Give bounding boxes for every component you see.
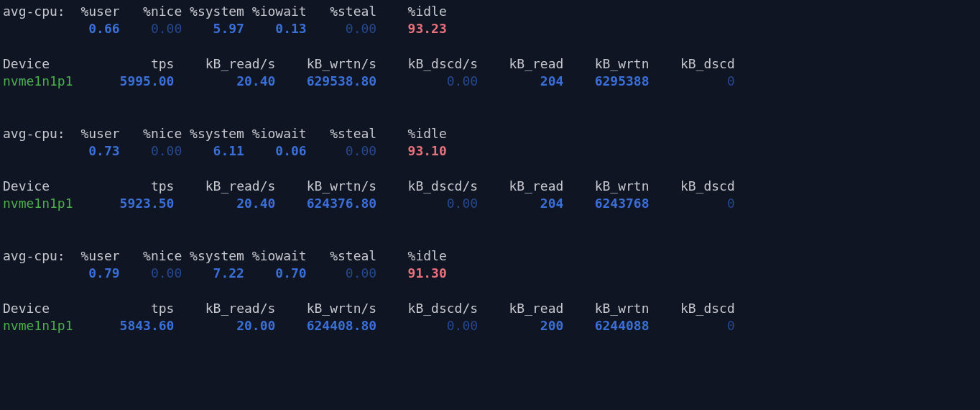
cpu-iowait: 0.06	[244, 143, 307, 158]
dev-kb-wrtn-s: 629538.80	[275, 73, 376, 88]
cpu-col-idle: %idle	[376, 248, 447, 263]
cpu-col-iowait: %iowait	[244, 126, 307, 141]
dev-kb-wrtn-s: 624376.80	[275, 196, 376, 211]
cpu-col-nice: %nice	[120, 248, 182, 263]
cpu-col-steal: %steal	[307, 248, 377, 263]
dev-kb-dscd: 0	[650, 318, 735, 333]
cpu-col-nice: %nice	[120, 4, 182, 19]
avg-cpu-label: avg-cpu:	[3, 248, 65, 263]
dev-kb-wrtn: 6244088	[563, 318, 649, 333]
dev-kb-read: 204	[478, 73, 563, 88]
dev-kb-read: 204	[478, 196, 563, 211]
cpu-col-idle: %idle	[376, 4, 447, 19]
cpu-steal: 0.00	[307, 143, 377, 158]
dev-kb-wrtn: 6243768	[563, 196, 649, 211]
dev-col-6: kB_dscd	[650, 56, 735, 71]
device-header: Device	[3, 56, 73, 71]
dev-kb-read-s: 20.40	[174, 196, 275, 211]
dev-col-3: kB_dscd/s	[376, 178, 478, 193]
dev-col-2: kB_wrtn/s	[275, 178, 376, 193]
cpu-user: 0.66	[65, 21, 120, 36]
cpu-idle: 91.30	[376, 265, 447, 281]
dev-col-6: kB_dscd	[650, 178, 735, 193]
cpu-col-user: %user	[65, 248, 120, 263]
cpu-user: 0.79	[65, 265, 120, 281]
dev-col-1: kB_read/s	[174, 56, 275, 71]
dev-col-6: kB_dscd	[650, 301, 735, 316]
dev-col-1: kB_read/s	[174, 301, 275, 316]
dev-kb-dscd: 0	[650, 73, 735, 88]
dev-col-5: kB_wrtn	[563, 56, 649, 71]
dev-tps: 5843.60	[73, 318, 175, 333]
dev-tps: 5923.50	[73, 196, 175, 211]
iostat-output: avg-cpu: %user %nice %system %iowait %st…	[0, 0, 980, 335]
cpu-steal: 0.00	[307, 21, 377, 36]
device-header: Device	[3, 301, 73, 316]
dev-col-3: kB_dscd/s	[376, 56, 478, 71]
cpu-nice: 0.00	[120, 265, 182, 281]
device-name: nvme1n1p1	[3, 73, 73, 88]
dev-col-0: tps	[73, 56, 175, 71]
cpu-col-system: %system	[182, 4, 244, 19]
cpu-iowait: 0.70	[244, 265, 307, 281]
dev-kb-read-s: 20.40	[174, 73, 275, 88]
dev-kb-dscd-s: 0.00	[376, 318, 478, 333]
dev-kb-wrtn-s: 624408.80	[275, 318, 376, 333]
dev-kb-read: 200	[478, 318, 563, 333]
cpu-idle: 93.10	[376, 143, 447, 158]
dev-col-0: tps	[73, 178, 175, 193]
dev-col-5: kB_wrtn	[563, 301, 649, 316]
dev-kb-dscd-s: 0.00	[376, 196, 478, 211]
device-header: Device	[3, 178, 73, 193]
cpu-col-iowait: %iowait	[244, 248, 307, 263]
dev-col-1: kB_read/s	[174, 178, 275, 193]
dev-col-4: kB_read	[478, 56, 563, 71]
dev-col-4: kB_read	[478, 301, 563, 316]
dev-kb-wrtn: 6295388	[563, 73, 649, 88]
cpu-col-user: %user	[65, 4, 120, 19]
dev-col-5: kB_wrtn	[563, 178, 649, 193]
dev-col-2: kB_wrtn/s	[275, 301, 376, 316]
device-name: nvme1n1p1	[3, 318, 73, 333]
dev-col-3: kB_dscd/s	[376, 301, 478, 316]
cpu-system: 7.22	[182, 265, 244, 281]
cpu-steal: 0.00	[307, 265, 377, 281]
dev-tps: 5995.00	[73, 73, 175, 88]
dev-col-4: kB_read	[478, 178, 563, 193]
cpu-col-system: %system	[182, 248, 244, 263]
cpu-col-steal: %steal	[307, 126, 377, 141]
dev-col-2: kB_wrtn/s	[275, 56, 376, 71]
cpu-system: 6.11	[182, 143, 244, 158]
cpu-col-user: %user	[65, 126, 120, 141]
dev-kb-dscd: 0	[650, 196, 735, 211]
cpu-col-idle: %idle	[376, 126, 447, 141]
dev-kb-read-s: 20.00	[174, 318, 275, 333]
cpu-col-steal: %steal	[307, 4, 377, 19]
dev-kb-dscd-s: 0.00	[376, 73, 478, 88]
cpu-col-iowait: %iowait	[244, 4, 307, 19]
avg-cpu-label: avg-cpu:	[3, 4, 65, 19]
cpu-nice: 0.00	[120, 21, 182, 36]
dev-col-0: tps	[73, 301, 175, 316]
cpu-user: 0.73	[65, 143, 120, 158]
cpu-idle: 93.23	[376, 21, 447, 36]
avg-cpu-label: avg-cpu:	[3, 126, 65, 141]
cpu-nice: 0.00	[120, 143, 182, 158]
cpu-system: 5.97	[182, 21, 244, 36]
cpu-col-nice: %nice	[120, 126, 182, 141]
cpu-iowait: 0.13	[244, 21, 307, 36]
cpu-col-system: %system	[182, 126, 244, 141]
device-name: nvme1n1p1	[3, 196, 73, 211]
